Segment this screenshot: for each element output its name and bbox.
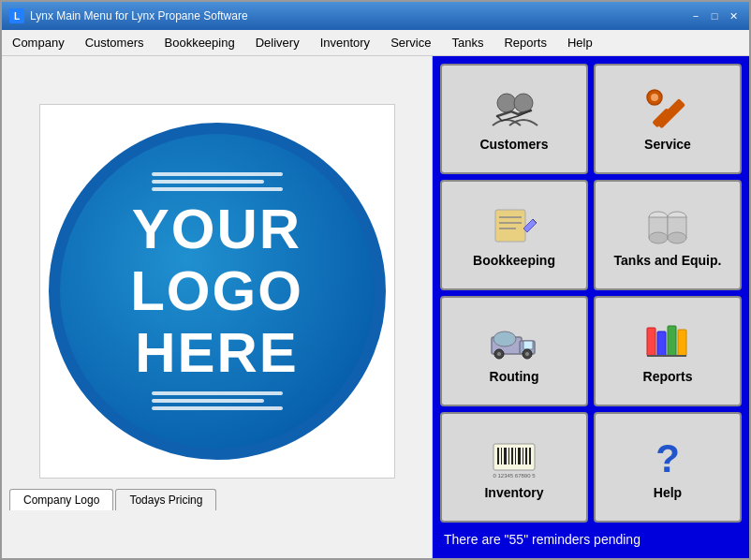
logo-circle: YOUR LOGO HERE (49, 123, 386, 460)
svg-point-0 (497, 94, 516, 112)
reports-icon (640, 318, 696, 365)
bookkeeping-icon (486, 202, 542, 249)
tanks-label: Tanks and Equip. (614, 253, 722, 268)
bookkeeping-label: Bookkeeping (473, 253, 555, 268)
menu-customers[interactable]: Customers (75, 30, 155, 55)
svg-text:0 12345 67890 5: 0 12345 67890 5 (493, 473, 536, 479)
left-panel: YOUR LOGO HERE Company Logo Todays Prici… (2, 56, 433, 558)
title-bar-controls: − □ ✕ (687, 7, 742, 24)
tab-todays-pricing[interactable]: Todays Pricing (115, 489, 216, 510)
svg-rect-27 (657, 332, 666, 356)
app-icon: L (9, 8, 24, 23)
routing-icon (486, 318, 542, 365)
main-content: YOUR LOGO HERE Company Logo Todays Prici… (2, 56, 749, 558)
svg-rect-34 (504, 448, 507, 464)
customers-label: Customers (479, 137, 548, 152)
btn-routing[interactable]: Routing (440, 296, 588, 406)
logo-line-1 (152, 172, 283, 176)
svg-rect-28 (668, 326, 676, 356)
reminders-text: There are "55" reminders pending (440, 523, 742, 551)
menu-inventory[interactable]: Inventory (310, 30, 380, 55)
help-icon: ? (640, 435, 696, 481)
customers-icon (486, 86, 542, 133)
logo-lines-bottom (152, 391, 283, 410)
logo-lines-top (152, 172, 283, 191)
svg-rect-39 (523, 448, 523, 464)
svg-text:?: ? (655, 436, 680, 479)
svg-rect-38 (518, 448, 521, 464)
menu-company[interactable]: Company (2, 30, 75, 55)
close-button[interactable]: ✕ (725, 7, 742, 24)
menu-delivery[interactable]: Delivery (245, 30, 310, 55)
svg-rect-35 (508, 448, 509, 464)
logo-line-your: YOUR (130, 199, 303, 260)
svg-point-23 (497, 352, 501, 356)
reports-label: Reports (643, 369, 693, 384)
svg-rect-41 (529, 448, 531, 464)
help-label: Help (654, 485, 682, 500)
right-panel: Customers Service (433, 56, 749, 558)
menu-bar: CompanyCustomersBookkeepingDeliveryInven… (2, 30, 749, 56)
main-window: L Lynx Main Menu for Lynx Propane Softwa… (0, 0, 751, 560)
svg-rect-29 (678, 330, 686, 356)
svg-rect-21 (523, 341, 533, 349)
logo-line-b1 (152, 391, 283, 395)
logo-line-2 (152, 180, 264, 184)
logo-line-3 (152, 187, 283, 191)
menu-service[interactable]: Service (380, 30, 441, 55)
logo-line-logo: LOGO (130, 260, 303, 322)
minimize-button[interactable]: − (687, 7, 704, 24)
svg-point-4 (651, 94, 658, 101)
svg-point-17 (668, 232, 686, 243)
logo-area: YOUR LOGO HERE (39, 104, 395, 479)
btn-service[interactable]: Service (594, 64, 742, 174)
svg-point-14 (649, 232, 668, 243)
svg-rect-37 (515, 448, 516, 464)
svg-point-19 (493, 332, 516, 346)
tab-company-logo[interactable]: Company Logo (9, 489, 113, 510)
title-bar: L Lynx Main Menu for Lynx Propane Softwa… (2, 2, 749, 30)
svg-rect-26 (647, 328, 655, 356)
maximize-button[interactable]: □ (706, 7, 723, 24)
routing-label: Routing (490, 369, 539, 384)
service-icon (640, 86, 696, 133)
title-bar-left: L Lynx Main Menu for Lynx Propane Softwa… (9, 8, 248, 23)
btn-help[interactable]: ? Help (594, 412, 742, 523)
svg-rect-6 (495, 210, 525, 242)
btn-tanks[interactable]: Tanks and Equip. (594, 180, 742, 290)
inventory-icon: 0 12345 67890 5 (486, 435, 542, 481)
svg-point-25 (525, 352, 529, 356)
menu-bookkeeping[interactable]: Bookkeeping (155, 30, 245, 55)
svg-rect-36 (511, 448, 513, 464)
logo-text: YOUR LOGO HERE (130, 199, 303, 384)
svg-rect-32 (497, 448, 499, 464)
menu-tanks[interactable]: Tanks (441, 30, 493, 55)
menu-help[interactable]: Help (557, 30, 603, 55)
grid-buttons: Customers Service (440, 64, 742, 523)
logo-line-b2 (152, 399, 264, 403)
btn-inventory[interactable]: 0 12345 67890 5 Inventory (440, 412, 588, 523)
svg-rect-40 (525, 448, 527, 464)
logo-line-here: HERE (130, 322, 303, 384)
menu-reports[interactable]: Reports (493, 30, 557, 55)
inventory-label: Inventory (484, 485, 543, 500)
service-label: Service (644, 137, 691, 152)
tanks-icon (640, 202, 696, 249)
btn-bookkeeping[interactable]: Bookkeeping (440, 180, 588, 290)
btn-reports[interactable]: Reports (594, 296, 742, 406)
svg-rect-33 (501, 448, 502, 464)
btn-customers[interactable]: Customers (440, 64, 588, 174)
logo-line-b3 (152, 406, 283, 410)
window-title: Lynx Main Menu for Lynx Propane Software (30, 9, 248, 22)
bottom-tabs: Company Logo Todays Pricing (2, 482, 224, 510)
svg-rect-31 (493, 444, 535, 470)
